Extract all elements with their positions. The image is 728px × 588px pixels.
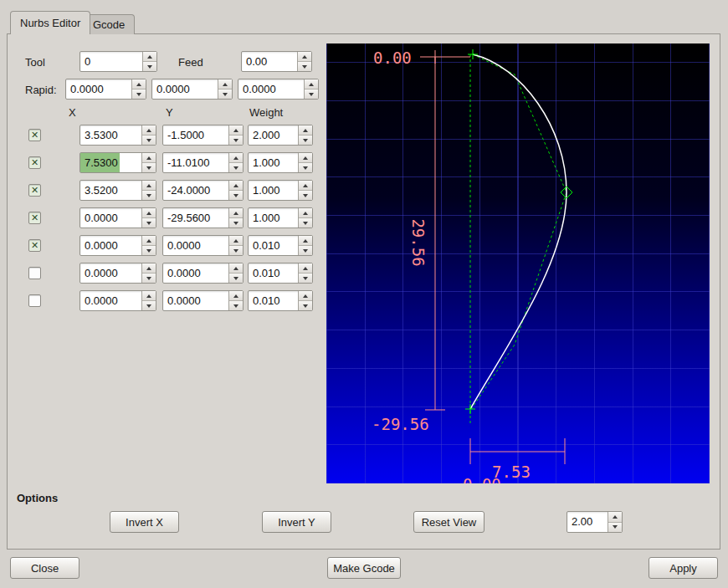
spin-down-button[interactable] bbox=[142, 135, 156, 145]
point-weight-value[interactable]: 1.000 bbox=[249, 181, 298, 200]
point-enable-checkbox[interactable] bbox=[28, 129, 41, 141]
point-weight-value[interactable]: 2.000 bbox=[249, 125, 298, 145]
spin-up-button[interactable] bbox=[142, 208, 156, 218]
spin-up-button[interactable] bbox=[142, 236, 156, 246]
spin-up-button[interactable] bbox=[142, 181, 156, 191]
spin-up-button[interactable] bbox=[229, 208, 243, 218]
invert-y-button[interactable]: Invert Y bbox=[262, 511, 331, 533]
rapid-value-1[interactable]: 0.0000 bbox=[66, 79, 131, 99]
spin-up-button[interactable] bbox=[299, 181, 312, 191]
tab-gcode[interactable]: Gcode bbox=[83, 14, 135, 34]
point-x-spinbox[interactable]: 7.5300 bbox=[79, 152, 156, 173]
point-y-value[interactable]: -11.0100 bbox=[163, 153, 228, 172]
point-enable-checkbox[interactable] bbox=[28, 212, 41, 224]
spin-up-button[interactable] bbox=[132, 79, 146, 89]
scale-spinbox[interactable]: 2.00 bbox=[567, 511, 623, 533]
point-enable-checkbox[interactable] bbox=[28, 184, 41, 197]
spin-down-button[interactable] bbox=[142, 246, 156, 255]
point-y-spinbox[interactable]: -1.5000 bbox=[162, 125, 244, 146]
point-y-spinbox[interactable]: 0.0000 bbox=[162, 290, 244, 311]
point-weight-spinbox[interactable]: 1.000 bbox=[248, 207, 313, 228]
spin-up-button[interactable] bbox=[142, 153, 156, 163]
point-weight-value[interactable]: 1.000 bbox=[249, 153, 298, 172]
spin-up-button[interactable] bbox=[298, 52, 311, 62]
tab-nurbs-editor[interactable]: Nurbs Editor bbox=[10, 11, 90, 34]
spin-up-button[interactable] bbox=[299, 236, 312, 246]
point-weight-spinbox[interactable]: 1.000 bbox=[248, 152, 313, 173]
point-y-value[interactable]: 0.0000 bbox=[163, 291, 228, 310]
point-x-value[interactable]: 3.5300 bbox=[80, 125, 141, 145]
point-weight-spinbox[interactable]: 1.000 bbox=[248, 180, 313, 201]
spin-down-button[interactable] bbox=[229, 246, 243, 255]
point-x-spinbox[interactable]: 3.5300 bbox=[79, 125, 156, 146]
spin-up-button[interactable] bbox=[229, 291, 243, 301]
spin-down-button[interactable] bbox=[142, 218, 156, 228]
point-weight-spinbox[interactable]: 0.010 bbox=[248, 263, 313, 284]
spin-down-button[interactable] bbox=[305, 89, 318, 99]
spin-down-button[interactable] bbox=[299, 274, 312, 283]
point-x-value[interactable]: 0.0000 bbox=[80, 208, 141, 228]
point-enable-checkbox[interactable] bbox=[28, 267, 41, 279]
spin-up-button[interactable] bbox=[218, 79, 232, 89]
spin-down-button[interactable] bbox=[142, 163, 156, 172]
spin-up-button[interactable] bbox=[305, 79, 318, 89]
plot-canvas[interactable]: 0.00 29.56 -29.56 7.53 0.00 bbox=[326, 43, 710, 483]
spin-down-button[interactable] bbox=[229, 274, 243, 283]
spin-up-button[interactable] bbox=[608, 512, 622, 523]
point-x-spinbox[interactable]: 0.0000 bbox=[79, 235, 156, 256]
point-x-value[interactable]: 7.5300 bbox=[80, 153, 141, 172]
spin-down-button[interactable] bbox=[218, 89, 232, 99]
close-button[interactable]: Close bbox=[10, 557, 79, 579]
spin-down-button[interactable] bbox=[299, 191, 312, 200]
spin-up-button[interactable] bbox=[142, 125, 156, 135]
spin-up-button[interactable] bbox=[299, 153, 312, 163]
point-y-value[interactable]: 0.0000 bbox=[163, 263, 228, 283]
point-x-value[interactable]: 0.0000 bbox=[80, 236, 141, 255]
spin-down-button[interactable] bbox=[299, 218, 312, 228]
spin-up-button[interactable] bbox=[299, 125, 312, 135]
point-x-value[interactable]: 3.5200 bbox=[80, 181, 141, 200]
tool-spinbox[interactable]: 0 bbox=[79, 51, 157, 72]
spin-down-button[interactable] bbox=[229, 163, 243, 172]
spin-down-button[interactable] bbox=[299, 246, 312, 255]
spin-up-button[interactable] bbox=[142, 263, 156, 274]
point-enable-checkbox[interactable] bbox=[28, 294, 41, 307]
point-x-spinbox[interactable]: 0.0000 bbox=[79, 207, 156, 228]
tool-value[interactable]: 0 bbox=[80, 52, 142, 71]
point-weight-value[interactable]: 0.010 bbox=[249, 291, 298, 310]
rapid-value-3[interactable]: 0.0000 bbox=[238, 79, 304, 99]
rapid-spinbox-3[interactable]: 0.0000 bbox=[238, 79, 319, 100]
point-y-spinbox[interactable]: -29.5600 bbox=[162, 207, 244, 228]
spin-down-button[interactable] bbox=[142, 191, 156, 200]
spin-up-button[interactable] bbox=[299, 208, 312, 218]
spin-down-button[interactable] bbox=[132, 89, 146, 99]
point-y-value[interactable]: -24.0000 bbox=[163, 181, 228, 200]
spin-up-button[interactable] bbox=[299, 291, 312, 301]
spin-down-button[interactable] bbox=[143, 62, 156, 71]
point-weight-value[interactable]: 0.010 bbox=[249, 263, 298, 283]
point-y-spinbox[interactable]: 0.0000 bbox=[162, 263, 244, 284]
spin-down-button[interactable] bbox=[299, 301, 312, 310]
spin-up-button[interactable] bbox=[142, 291, 156, 301]
point-y-spinbox[interactable]: 0.0000 bbox=[162, 235, 244, 256]
spin-down-button[interactable] bbox=[299, 163, 312, 172]
feed-value[interactable]: 0.00 bbox=[242, 52, 297, 71]
spin-up-button[interactable] bbox=[229, 263, 243, 274]
spin-up-button[interactable] bbox=[229, 125, 243, 135]
point-x-spinbox[interactable]: 0.0000 bbox=[79, 263, 156, 284]
point-weight-spinbox[interactable]: 0.010 bbox=[248, 235, 313, 256]
point-weight-value[interactable]: 0.010 bbox=[249, 236, 298, 255]
point-x-value[interactable]: 0.0000 bbox=[80, 263, 141, 283]
spin-up-button[interactable] bbox=[299, 263, 312, 274]
spin-down-button[interactable] bbox=[608, 523, 622, 533]
rapid-spinbox-1[interactable]: 0.0000 bbox=[65, 79, 146, 100]
spin-up-button[interactable] bbox=[143, 52, 156, 62]
spin-down-button[interactable] bbox=[229, 218, 243, 228]
spin-down-button[interactable] bbox=[229, 135, 243, 145]
point-weight-spinbox[interactable]: 2.000 bbox=[248, 125, 313, 146]
point-enable-checkbox[interactable] bbox=[28, 156, 41, 169]
point-x-spinbox[interactable]: 3.5200 bbox=[79, 180, 156, 201]
apply-button[interactable]: Apply bbox=[649, 557, 718, 579]
point-x-spinbox[interactable]: 0.0000 bbox=[79, 290, 156, 311]
spin-up-button[interactable] bbox=[229, 153, 243, 163]
